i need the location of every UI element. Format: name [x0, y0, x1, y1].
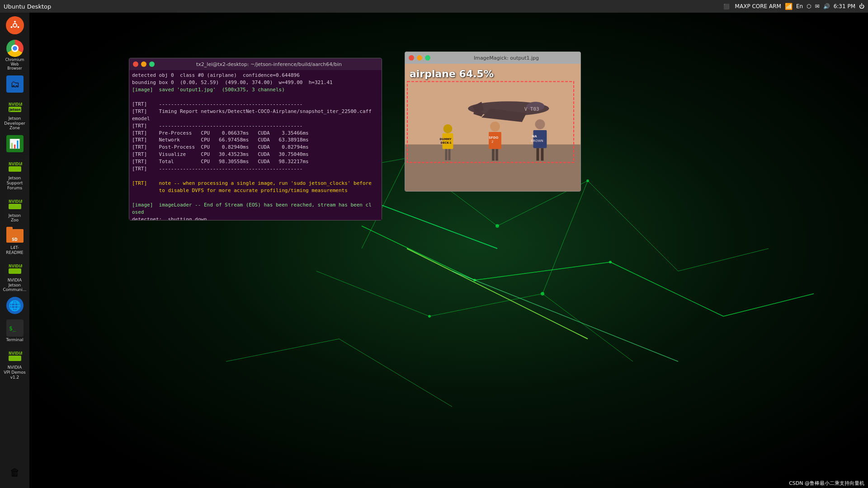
svg-line-17: [610, 262, 723, 316]
terminal-line-15: [132, 173, 379, 180]
terminal-line-11: [TRT] Post-Process CPU 0.82940ms CUDA 0.…: [132, 144, 379, 151]
svg-rect-44: [9, 204, 21, 209]
im-close-btn[interactable]: [409, 55, 414, 61]
svg-text:Jetson: Jetson: [9, 108, 21, 112]
svg-text:NVIDIA: NVIDIA: [9, 200, 22, 204]
desktop-label: Ubuntu Desktop: [4, 3, 51, 10]
terminal-line-1: detected obj 0 class #0 (airplane) confi…: [132, 72, 379, 79]
svg-text:NVIDIA: NVIDIA: [9, 103, 22, 107]
taskbar-right: ⬛ MAXP CORE ARM 📶 En ⬡ ✉ 🔊 6:31 PM ⏻: [723, 3, 864, 10]
sidebar-trash[interactable]: 🗑: [0, 462, 29, 483]
svg-text:NVIDIA: NVIDIA: [9, 264, 22, 268]
sidebar-item-zoo[interactable]: NVIDIA JetsonZoo: [1, 193, 28, 225]
browser2-icon: 🌐: [6, 297, 24, 314]
sidebar-item-browser2[interactable]: 🌐: [1, 295, 28, 317]
chromium-label: ChromiumWebBrowser: [5, 58, 24, 71]
terminal-body[interactable]: detected obj 0 class #0 (airplane) confi…: [129, 70, 382, 220]
sidebar-item-terminal[interactable]: $_ Terminal: [1, 318, 28, 344]
ubuntu-button[interactable]: [6, 16, 24, 34]
l4t-label: L4T-README: [6, 245, 23, 255]
trash-icon: 🗑: [6, 464, 24, 481]
mail-icon: ✉: [815, 3, 820, 9]
nvidia-comm-logo: NVIDIA: [8, 261, 22, 276]
sidebar-item-l4t[interactable]: SD L4T-README: [1, 225, 28, 257]
svg-line-7: [316, 271, 429, 316]
svg-rect-79: [405, 64, 580, 191]
terminal-line-19: [image] imageLoader -- End of Stream (EO…: [132, 202, 379, 209]
nvidia-dev-label: JetsonDeveloperZone: [4, 116, 25, 131]
svg-text:NVIDIA: NVIDIA: [9, 162, 22, 166]
terminal-line-12: [TRT] Visualize CPU 30.43523ms CUDA 30.7…: [132, 151, 379, 158]
svg-line-8: [429, 294, 542, 316]
terminal-line-4: [132, 94, 379, 101]
terminal-label: Terminal: [6, 338, 23, 343]
terminal-line-14: [TRT] ----------------------------------…: [132, 165, 379, 173]
sidebar: ChromiumWebBrowser 🗂 NVIDIA Jetson Jetso…: [0, 13, 29, 488]
svg-line-27: [407, 249, 588, 339]
bluetooth-icon: ⬡: [807, 3, 811, 9]
svg-point-25: [473, 279, 476, 282]
terminal-line-8: [TRT] ----------------------------------…: [132, 122, 379, 130]
terminal-window: tx2_lei@tx2-desktop: ~/jetson-inference/…: [129, 58, 382, 221]
sidebar-item-comm[interactable]: NVIDIA NVIDIAJetsonCommuni...: [1, 258, 28, 294]
l4t-folder-icon: SD: [6, 227, 24, 244]
calc-icon: 📊: [6, 135, 24, 152]
maxp-label: MAXP CORE ARM: [735, 3, 781, 9]
terminal-line-21: detectnet: shutting down...: [132, 216, 379, 220]
sidebar-item-support[interactable]: NVIDIA JetsonSupportForums: [1, 156, 28, 192]
zoo-label: JetsonZoo: [9, 213, 21, 223]
terminal-line-18: [132, 194, 379, 202]
terminal-line-5: [TRT] ----------------------------------…: [132, 101, 379, 108]
svg-line-28: [452, 271, 678, 361]
nvidia-support-logo: NVIDIA: [8, 159, 22, 174]
sidebar-item-files[interactable]: 🗂: [1, 74, 28, 95]
nvidia-dev-icon: NVIDIA Jetson: [6, 98, 24, 115]
svg-line-18: [723, 294, 814, 316]
svg-point-24: [541, 292, 544, 296]
terminal-icon: $_: [6, 319, 24, 337]
desktop: Ubuntu Desktop ⬛ MAXP CORE ARM 📶 En ⬡ ✉ …: [0, 0, 868, 488]
taskbar-top: Ubuntu Desktop ⬛ MAXP CORE ARM 📶 En ⬡ ✉ …: [0, 0, 868, 13]
detection-label: airplane 64.5%: [410, 68, 494, 80]
sidebar-item-nvidia-dev[interactable]: NVIDIA Jetson JetsonDeveloperZone: [1, 96, 28, 132]
watermark-text: CSDN @鲁棒最小二乘支持向量机: [789, 480, 864, 486]
svg-line-9: [542, 294, 633, 361]
chromium-icon: [6, 40, 24, 57]
terminal-line-17: to disable DVFS for more accurate profil…: [132, 187, 379, 194]
terminal-line-9: [TRT] Pre-Process CPU 0.06637ms CUDA 3.3…: [132, 130, 379, 137]
svg-point-21: [495, 224, 499, 228]
terminal-line-3: [image] saved 'output1.jpg' (500x375, 3 …: [132, 86, 379, 94]
nvidia-zoo-logo: NVIDIA: [8, 197, 22, 211]
airplane-scene-svg: V T03 DUMMY DECK-1: [405, 64, 580, 191]
svg-point-34: [10, 26, 12, 28]
im-max-btn[interactable]: [425, 55, 430, 61]
sidebar-item-vpi[interactable]: NVIDIA NVIDIAVPI Demosv1.2: [1, 345, 28, 381]
im-min-btn[interactable]: [417, 55, 422, 61]
terminal-close-btn[interactable]: [133, 61, 138, 67]
trash-item[interactable]: 🗑: [1, 462, 28, 483]
terminal-max-btn[interactable]: [149, 61, 155, 67]
volume-icon: 🔊: [823, 3, 830, 9]
nvidia-vpi-logo: NVIDIA: [8, 348, 22, 363]
imagemagick-titlebar: ImageMagick: output1.jpg: [405, 52, 580, 64]
support-label: JetsonSupportForums: [7, 176, 23, 190]
terminal-min-btn[interactable]: [141, 61, 146, 67]
svg-line-16: [475, 262, 610, 280]
nvidia-logo: NVIDIA Jetson: [8, 99, 22, 114]
svg-point-26: [609, 261, 612, 263]
power-icon[interactable]: ⏻: [859, 3, 864, 9]
svg-point-23: [428, 315, 431, 318]
ubuntu-icon: [9, 20, 20, 31]
nvidia-top-icon: ⬛: [723, 4, 730, 9]
imagemagick-title: ImageMagick: output1.jpg: [436, 55, 577, 61]
sidebar-item-calc[interactable]: 📊: [1, 133, 28, 155]
terminal-line-6: [TRT] Timing Report networks/DetectNet-C…: [132, 108, 379, 115]
terminal-line-16: [TRT] note -- when processing a single i…: [132, 180, 379, 187]
terminal-title: tx2_lei@tx2-desktop: ~/jetson-inference/…: [160, 61, 378, 67]
sidebar-item-chromium[interactable]: ChromiumWebBrowser: [1, 38, 28, 73]
svg-line-11: [339, 339, 452, 407]
svg-point-33: [17, 26, 19, 28]
svg-point-32: [14, 21, 16, 23]
lang-label: En: [796, 3, 803, 9]
wifi-icon: 📶: [785, 3, 793, 10]
